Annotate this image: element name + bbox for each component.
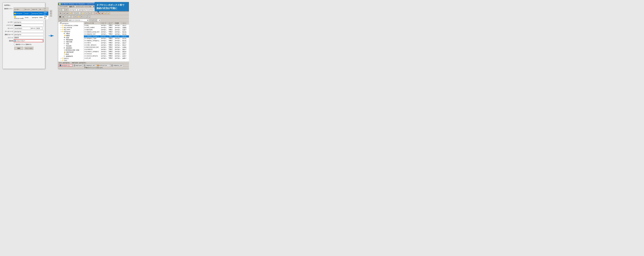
tb-2-3[interactable]: 🔧 — [65, 15, 68, 18]
tree-item[interactable]: 🔒CONSTRAINT — [58, 51, 84, 53]
object-list-row[interactable]: ⊞ product_category postgres TABLE postgr… — [84, 51, 129, 53]
tree-item[interactable]: ▷📁test — [58, 59, 84, 61]
color-select[interactable]: スカイブルー ▼ — [14, 39, 44, 42]
tb-2-6[interactable]: ⬡ — [74, 15, 77, 18]
tb-2-1[interactable]: ⬛ — [59, 15, 62, 18]
object-list-row[interactable]: ⊞ auto_number postgres TABLE postgres 自動… — [84, 27, 129, 29]
tree-item[interactable]: TTYPE — [58, 43, 84, 45]
object-list-row[interactable]: ⊞ invoice postgres TABLE postgres 請求デ — [84, 53, 129, 55]
object-list-row[interactable]: ⊞ category_type postgres TABLE postgres … — [84, 38, 129, 40]
tree-item[interactable]: ▷📁pg_toast — [58, 28, 84, 30]
tb-grid[interactable]: ⊞ — [63, 12, 66, 15]
tb-2-4[interactable]: 📊 — [68, 15, 71, 18]
menu-objectlist[interactable]: オブジェクトリスト(O) — [76, 5, 92, 8]
tab-item[interactable]: enterprise... — [96, 64, 110, 67]
connect-button[interactable]: 接続 — [14, 47, 23, 50]
col-header-name[interactable]: オブジェクト名 — [84, 22, 100, 24]
col-header-comment[interactable]: コメン — [122, 22, 129, 24]
toolbar-icon-1[interactable]: 🔧 — [59, 8, 62, 11]
col-header-schema[interactable]: スキーマ — [100, 22, 108, 24]
object-list-row[interactable]: ⊞ destinations_mst postgres TABLE postgr… — [84, 46, 129, 48]
schema-input[interactable] — [14, 33, 44, 36]
connection-row[interactable]: enterprisedb local... postgres 5444 本番用 — [14, 15, 48, 19]
tb-refresh[interactable]: ↻ — [88, 12, 91, 15]
filter-right-select[interactable] — [97, 19, 100, 21]
tb-lock[interactable]: 🔒 — [104, 12, 107, 15]
tb-2-9[interactable]: 🔍 — [84, 15, 87, 18]
object-tree[interactable]: ▽🗄postgres▷📁information_schema▷📁pg_catal… — [58, 22, 84, 62]
password-input[interactable] — [14, 24, 44, 26]
filter-icon2[interactable]: 🔧 — [62, 19, 65, 22]
tb-ref[interactable]: 🔗 — [75, 12, 78, 15]
app-window: タブやコンボボックス等で接続の区別が可能に SI SI Object Brows… — [58, 2, 129, 69]
tb-key[interactable]: 🔑 — [69, 12, 72, 15]
tree-item[interactable]: ▷📁public — [58, 57, 84, 59]
filter-search-2[interactable]: 🔍 — [94, 19, 97, 22]
object-list-row[interactable]: ⊞ pay postgres TABLE postgres 支払デ — [84, 24, 129, 27]
tb-2-10[interactable]: 🔍 — [88, 15, 90, 18]
col-header-type[interactable]: タイプ — [108, 22, 114, 24]
connection-row[interactable]: postgres local... postgres 5433 開発用 — [14, 11, 48, 15]
object-list-row[interactable]: ⊞ invoice_details postgres TABLE postgre… — [84, 55, 129, 57]
tb-table[interactable]: 🗃 — [66, 12, 69, 15]
filter-schema-select[interactable]: 表示 すべてのスキ... — [68, 19, 89, 21]
port-input[interactable] — [36, 27, 42, 30]
tree-item[interactable]: ⚡TRIGGER — [58, 45, 84, 47]
server-input[interactable] — [14, 27, 30, 30]
tree-item[interactable]: 📋MATERIALIZED VIEW — [58, 49, 84, 51]
register-checkbox[interactable] — [14, 44, 15, 45]
tree-item[interactable]: ∑AGGREGATE — [58, 55, 84, 57]
col-header-owner[interactable]: 作成者 — [114, 22, 122, 24]
filter-icon[interactable]: ⊞ — [59, 19, 62, 22]
user-input[interactable] — [14, 21, 44, 23]
toolbar-icon-3[interactable]: ⚙ — [65, 8, 68, 11]
tb-er[interactable]: 📐 — [81, 12, 84, 15]
tree-item[interactable]: ▷📁information_schema — [58, 24, 84, 26]
tb-list[interactable]: 📊 — [78, 12, 81, 15]
tab-item[interactable]: employee — [73, 64, 83, 67]
tree-item[interactable]: ▽🗄postgres — [58, 22, 84, 24]
object-list-row[interactable]: ⊞ employee postgres TABLE postgres 社員マ — [84, 29, 129, 31]
tb-2-2[interactable]: ▣ — [62, 15, 64, 18]
tb-2-8[interactable]: ♦ — [80, 15, 83, 18]
tree-item[interactable]: 📏RULE — [58, 53, 84, 55]
cancel-button[interactable]: キャンセル — [24, 47, 34, 50]
object-list-row[interactable]: ⊞ companys_mst postgres TABLE postgres 取… — [84, 33, 129, 35]
filter-refresh[interactable]: ↻ — [65, 19, 68, 21]
object-list-row[interactable]: ⊞ order_details postgres TABLE postgres … — [84, 44, 129, 46]
tree-item[interactable]: ▽📁postgres — [58, 30, 84, 33]
menu-file[interactable]: ファイル(F) — [59, 5, 68, 8]
object-list-row[interactable]: ⊞ company_category_group postgres TABLE … — [84, 40, 129, 42]
tree-item[interactable]: ⊞TABLE — [58, 33, 84, 35]
tb-paste[interactable]: 📌 — [95, 12, 98, 15]
tb-sql[interactable]: SQL — [59, 12, 62, 15]
tb-arrow[interactable]: ↩ — [85, 12, 88, 15]
tb-schema[interactable]: 📋 — [72, 12, 75, 15]
object-list-row[interactable]: ⊞ company_category postgres TABLE postgr… — [84, 35, 129, 38]
cell-comment: 倉庫マ — [122, 57, 129, 59]
toolbar-icon-2[interactable]: 📄 — [62, 8, 64, 11]
tree-item[interactable]: #SEQUENCE — [58, 47, 84, 49]
comment-input[interactable] — [14, 36, 44, 39]
tree-item[interactable]: ƒFUNCTION — [58, 41, 84, 43]
tab-item[interactable]: companys_mst — [110, 64, 124, 67]
tb-2-7[interactable]: 🔑 — [77, 15, 80, 18]
tab-item[interactable]: postgres @... — [59, 64, 72, 67]
object-list-row[interactable]: ⊞ products postgres TABLE postgres 商品マ — [84, 48, 129, 51]
tree-item[interactable]: ⚙PROCEDURE — [58, 39, 84, 41]
tree-item[interactable]: 🔑INDEX — [58, 35, 84, 37]
tb-import[interactable]: 📥 — [101, 12, 104, 15]
database-input[interactable] — [14, 30, 44, 33]
object-list-row[interactable]: ⊞ wh_mst postgres TABLE postgres 倉庫マ — [84, 57, 129, 59]
cell-name: ⊞ company_group_mst — [84, 31, 100, 33]
filter-search-1[interactable]: 🔍 — [90, 19, 93, 22]
tab-item[interactable]: companys_mst — [83, 64, 96, 67]
menu-edit[interactable]: 編集(E) — [68, 5, 76, 8]
tree-item[interactable]: ▷📁pg_catalog — [58, 26, 84, 28]
object-list-row[interactable]: ⊞ company_group_mst postgres TABLE postg… — [84, 31, 129, 33]
object-list-row[interactable]: ⊞ orders postgres TABLE postgres 受注デ — [84, 42, 129, 44]
tree-item[interactable]: 👁VIEW — [58, 37, 84, 39]
tb-copy[interactable]: 📋 — [92, 12, 94, 15]
tb-2-5[interactable]: 📋 — [71, 15, 74, 18]
tb-unlock[interactable]: 🔓 — [107, 12, 110, 15]
